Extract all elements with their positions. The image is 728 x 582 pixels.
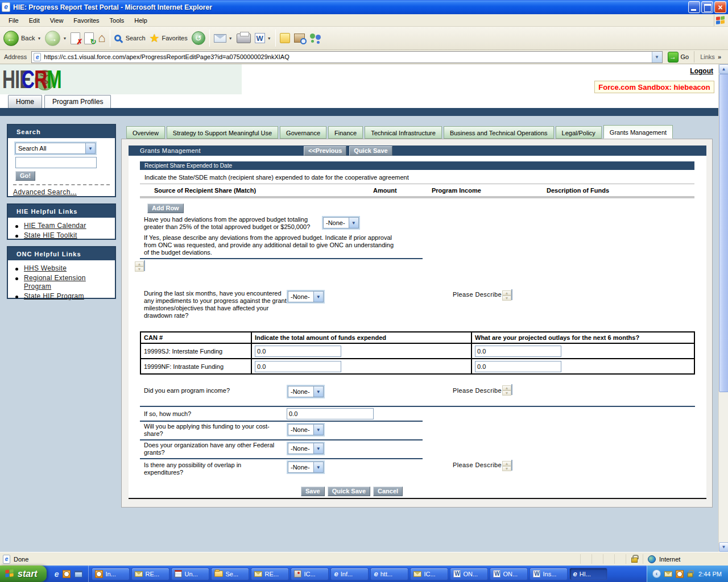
previous-button[interactable]: <<Previous xyxy=(304,146,346,156)
textarea-scrollbar[interactable]: ▲▼ xyxy=(502,290,511,299)
close-button[interactable]: × xyxy=(714,1,726,13)
regional-extension-link[interactable]: Regional Extension Program xyxy=(24,274,86,290)
address-dropdown-icon[interactable]: ▼ xyxy=(652,52,662,63)
tab-grants-management[interactable]: Grants Management xyxy=(603,125,673,139)
deviations-select[interactable]: -None-▼ xyxy=(323,217,359,228)
favorites-button[interactable]: ★ Favorites xyxy=(150,32,188,44)
taskbar-button[interactable]: WON... xyxy=(450,568,488,580)
menu-view[interactable]: View xyxy=(45,15,69,26)
quick-launch-ie-icon[interactable]: e xyxy=(55,570,59,578)
taskbar-button-active[interactable]: eHI... xyxy=(569,568,607,580)
overlap-describe-textarea[interactable]: ▲▼ xyxy=(511,460,512,471)
advanced-search-link[interactable]: Advanced Search... xyxy=(13,188,77,196)
tab-overview[interactable]: Overview xyxy=(126,126,165,139)
tab-governance[interactable]: Governance xyxy=(280,126,326,139)
taskbar-button[interactable]: WON... xyxy=(490,568,528,580)
tray-clock-icon[interactable] xyxy=(676,570,684,578)
menu-help[interactable]: Help xyxy=(129,15,152,26)
scroll-down-icon[interactable]: ▼ xyxy=(135,267,144,272)
state-hie-toolkit-link[interactable]: State HIE Toolkit xyxy=(24,231,77,239)
menu-edit[interactable]: Edit xyxy=(24,15,45,26)
tray-mail-icon[interactable] xyxy=(664,571,672,577)
quick-launch-clock-icon[interactable] xyxy=(63,570,71,578)
scroll-down-icon[interactable]: ▼ xyxy=(502,390,511,396)
quick-launch-app-icon[interactable] xyxy=(75,571,82,577)
search-button[interactable]: Search xyxy=(114,35,146,41)
state-hie-program-link[interactable]: State HIE Program xyxy=(24,292,84,300)
taskbar-button[interactable]: In... xyxy=(92,568,130,580)
tab-technical-infrastructure[interactable]: Technical Infrastructure xyxy=(365,126,442,139)
hie-team-calendar-link[interactable]: HIE Team Calendar xyxy=(24,222,86,230)
tab-program-profiles[interactable]: Program Profiles xyxy=(44,95,111,108)
vertical-scrollbar[interactable]: ▲ ▼ xyxy=(718,64,728,552)
textarea-scrollbar[interactable]: ▲▼ xyxy=(135,261,144,270)
cost-share-select[interactable]: -None-▼ xyxy=(288,424,324,435)
discuss-button[interactable] xyxy=(280,33,290,43)
taskbar-button[interactable]: RE... xyxy=(251,568,289,580)
scroll-down-icon[interactable]: ▼ xyxy=(502,296,511,301)
search-input[interactable] xyxy=(15,157,97,168)
refresh-button[interactable]: ↻ xyxy=(84,32,94,44)
scroll-up-icon[interactable]: ▲ xyxy=(502,461,511,466)
interstate-expended-input[interactable] xyxy=(255,346,341,357)
address-url[interactable]: https://c.cs1.visual.force.com/apex/Prog… xyxy=(44,53,648,60)
quick-save-button[interactable]: Quick Save xyxy=(328,487,370,496)
menu-tools[interactable]: Tools xyxy=(105,15,130,26)
maximize-button[interactable] xyxy=(701,1,713,13)
tray-chevron-icon[interactable]: ‹ xyxy=(652,569,661,578)
tab-legal-policy[interactable]: Legal/Policy xyxy=(556,126,602,139)
print-button[interactable] xyxy=(237,34,251,43)
taskbar-button[interactable]: eInf... xyxy=(330,568,369,580)
program-income-describe-textarea[interactable]: ▲▼ xyxy=(511,384,512,395)
forward-button[interactable]: → ▼ xyxy=(45,31,67,46)
scroll-up-icon[interactable]: ▲ xyxy=(502,385,511,390)
taskbar-button[interactable]: Un... xyxy=(171,568,209,580)
tab-home[interactable]: Home xyxy=(8,95,42,108)
hhs-website-link[interactable]: HHS Website xyxy=(24,264,67,272)
impediments-describe-textarea[interactable]: ▲▼ xyxy=(511,289,512,300)
research-button[interactable] xyxy=(294,34,305,43)
tray-lock-icon[interactable] xyxy=(688,572,693,577)
tab-business-technical-operations[interactable]: Business and Technical Operations xyxy=(444,126,554,139)
scroll-up-icon[interactable]: ▲ xyxy=(502,290,511,296)
start-button[interactable]: start xyxy=(0,566,47,582)
back-button[interactable]: ← Back ▼ xyxy=(3,31,41,46)
taskbar-button[interactable]: WIns... xyxy=(530,568,568,580)
search-scope-select[interactable]: Search All▼ xyxy=(15,143,96,154)
quick-save-top-button[interactable]: Quick Save xyxy=(349,146,392,156)
how-much-input[interactable] xyxy=(287,408,374,419)
history-button[interactable]: ↺ xyxy=(192,31,205,45)
menu-favorites[interactable]: Favorites xyxy=(68,15,104,26)
federal-grants-select[interactable]: -None-▼ xyxy=(288,443,324,454)
deviations-textarea[interactable]: ▲▼ xyxy=(144,260,145,271)
cancel-button[interactable]: Cancel xyxy=(373,487,403,496)
links-toolbar[interactable]: Links» xyxy=(694,51,726,63)
scroll-up-icon[interactable]: ▲ xyxy=(135,261,144,267)
edit-with-word-button[interactable]: W ▼ xyxy=(255,33,271,43)
taskbar-button[interactable]: ehtt... xyxy=(370,568,408,580)
intrastate-expended-input[interactable] xyxy=(255,361,341,372)
mail-button[interactable]: ▼ xyxy=(214,34,233,43)
scroll-down-icon[interactable]: ▼ xyxy=(502,466,511,471)
program-income-select[interactable]: -None-▼ xyxy=(288,386,324,397)
interstate-outlays-input[interactable] xyxy=(475,346,561,357)
textarea-scrollbar[interactable]: ▲▼ xyxy=(502,461,511,469)
taskbar-button[interactable]: IC... xyxy=(410,568,448,580)
minimize-button[interactable] xyxy=(688,1,700,13)
tab-strategy[interactable]: Strategy to Support Meaningful Use xyxy=(167,126,278,139)
impediments-select[interactable]: -None-▼ xyxy=(288,291,324,302)
menu-file[interactable]: File xyxy=(3,15,24,26)
textarea-scrollbar[interactable]: ▲▼ xyxy=(502,385,511,394)
forward-dropdown-icon[interactable]: ▼ xyxy=(63,36,67,40)
taskbar-button[interactable]: Se... xyxy=(211,568,249,580)
scroll-up-icon[interactable]: ▲ xyxy=(719,64,728,74)
search-go-button[interactable]: Go! xyxy=(15,171,35,181)
logout-link[interactable]: Logout xyxy=(690,67,713,75)
tab-finance[interactable]: Finance xyxy=(328,126,363,139)
intrastate-outlays-input[interactable] xyxy=(475,361,561,372)
scrollbar-thumb[interactable] xyxy=(719,74,728,392)
overlap-select[interactable]: -None-▼ xyxy=(288,462,324,473)
stop-button[interactable]: ✗ xyxy=(71,32,80,44)
mail-dropdown-icon[interactable]: ▼ xyxy=(229,36,233,40)
back-dropdown-icon[interactable]: ▼ xyxy=(37,36,41,40)
